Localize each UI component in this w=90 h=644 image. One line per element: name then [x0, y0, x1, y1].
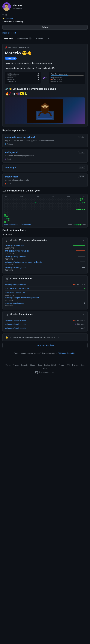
footer-about[interactable]: About [42, 367, 47, 370]
repo-link-landing2[interactable]: celinmagro/landingsocial [5, 323, 26, 325]
commit-repo-landing[interactable]: celinmagro/landingsocial [5, 266, 26, 269]
repo-link-projeto2[interactable]: celinmagro/projeto-social [5, 319, 26, 322]
commit-count-celinmagro: 11 commits [5, 247, 85, 249]
commit-repo-projeto[interactable]: celinmagro/projeto-social [5, 256, 26, 258]
graph-col [71, 198, 72, 210]
graph-cell [28, 204, 29, 205]
footer-training[interactable]: Training [72, 364, 78, 366]
commits-menu[interactable]: ⋯ [83, 239, 85, 242]
commit-sub-link-3[interactable]: celinmagro/landingsocial [5, 302, 24, 304]
footer-status[interactable]: Status [30, 364, 35, 366]
tab-more[interactable]: ⋯ [45, 36, 51, 41]
graph-cell [66, 200, 67, 201]
commit-repo-zander[interactable]: ZANDER-BRITO/HTMLCSS [5, 250, 29, 252]
footer-pricing[interactable]: Pricing [59, 364, 64, 366]
footer-api[interactable]: API [67, 364, 70, 366]
block-report-link[interactable]: Block or Report [3, 32, 16, 34]
graph-cell [24, 202, 26, 203]
footer-terms[interactable]: Terms [6, 364, 11, 366]
graph-col [49, 198, 51, 210]
footer-privacy[interactable]: Privacy [13, 364, 19, 366]
tab-projects[interactable]: Projects [34, 36, 44, 41]
show-more-button[interactable]: Show more activity [3, 343, 87, 348]
repos2-title: Created 3 repositories [10, 313, 32, 315]
repo-link[interactable]: mkrcelo [6, 17, 13, 19]
graph-cell [73, 200, 74, 201]
graph-cell [21, 204, 22, 205]
svg-point-14 [41, 106, 43, 107]
html-badge-dot2 [73, 320, 75, 321]
graph-cell [38, 202, 40, 203]
repo-date-projeto: Apr 19 [80, 284, 85, 286]
graph-cell [44, 198, 46, 200]
tab-overview[interactable]: Overview [3, 36, 15, 41]
graph-cell [51, 198, 53, 200]
graph-cell [73, 205, 74, 207]
graph-cell [30, 209, 31, 210]
graph-cell [35, 202, 36, 203]
repo-link-projeto[interactable]: celinmagro/projeto-social [5, 284, 26, 286]
github-profile-guide-link[interactable]: GitHub profile guide [58, 352, 75, 354]
graph-cell [8, 221, 10, 223]
graph-cell [67, 205, 69, 207]
graph-cell [21, 202, 22, 203]
graph-cell [73, 202, 74, 203]
graph-cell [37, 204, 38, 205]
footer-docs[interactable]: Docs [38, 364, 42, 366]
tab-repositories[interactable]: Repositories 4 [15, 36, 33, 41]
repos2-menu[interactable]: ⋯ [83, 313, 85, 316]
commit-sub-link-1[interactable]: celinmagro/projeto-social [5, 291, 25, 294]
repo-name-projeto-social[interactable]: projeto-social [5, 176, 18, 178]
commit-row-python3: celinmagro/codigos-de-curso-em-python3● … [5, 261, 85, 266]
repo-name-landingsocial[interactable]: landingsocial [5, 151, 18, 154]
graph-cell [57, 200, 58, 201]
repo-link-zander2[interactable]: ZANDER-BRITO/HTMLCSS [5, 288, 29, 290]
graph-cell [35, 198, 36, 200]
footer-contact[interactable]: Contact GitHub [44, 364, 56, 366]
graph-cell [40, 204, 42, 205]
svg-point-17 [44, 106, 44, 106]
graph-cell [19, 200, 20, 201]
graph-cell [44, 202, 46, 203]
languages-title-text: 🧑‍🏫 Linguagens e Ferramentas em estudo [9, 88, 56, 90]
repo-name-codigos[interactable]: codigos-de-curso-em-python3 [5, 136, 35, 138]
commit-repo-celinmagro[interactable]: celinmagro/celinmagro [5, 244, 24, 246]
readme-badge: Estudante [5, 57, 17, 60]
graph-cell [78, 202, 80, 203]
graph-cell [4, 198, 6, 200]
repo-name-celinmagro[interactable]: celinmagro [5, 166, 16, 169]
legend-cell-0 [72, 224, 74, 226]
graph-cell [24, 204, 26, 205]
graph-cell [21, 200, 22, 201]
graph-cell [4, 205, 6, 207]
graph-col [10, 198, 11, 210]
repos2-icon [5, 313, 9, 317]
graph-cell [49, 202, 51, 203]
repo-link-landing3[interactable]: celinmagro/landingsocial [5, 327, 26, 329]
graph-cell [17, 209, 18, 210]
stats-row-commits: Total Commits: 100 [6, 75, 39, 77]
learn-how-link[interactable]: Learn how we count contributions [4, 224, 31, 226]
graph-cell [12, 209, 13, 210]
html-badge-label: HTML [75, 284, 80, 286]
commit-sub-link-2[interactable]: celinmagro/codigos-de-curso-em-python3● [5, 297, 39, 299]
graph-cell [6, 220, 8, 221]
stats-row-prs: Total PRs: 0 [6, 77, 39, 79]
graph-cell [58, 204, 60, 205]
graph-cell [33, 200, 35, 201]
graph-cell [21, 205, 22, 207]
graph-cell [53, 204, 55, 205]
graph-cell [73, 207, 74, 208]
footer-blog[interactable]: Blog [81, 364, 84, 366]
commit-repo-python3[interactable]: celinmagro/codigos-de-curso-em-python3● [5, 261, 42, 263]
graph-cell [64, 200, 65, 201]
graph-col [62, 198, 63, 210]
graph-cell [13, 198, 15, 200]
graph-cell [48, 205, 49, 207]
graph-col [75, 198, 76, 210]
repos1-menu[interactable]: ⋯ [83, 277, 85, 280]
graph-cell [37, 198, 38, 200]
stats-row: Total Stars Earned: 3 Total Commits: 100… [5, 72, 85, 84]
follow-button[interactable]: Follow [3, 25, 87, 30]
footer-security[interactable]: Security [21, 364, 28, 366]
